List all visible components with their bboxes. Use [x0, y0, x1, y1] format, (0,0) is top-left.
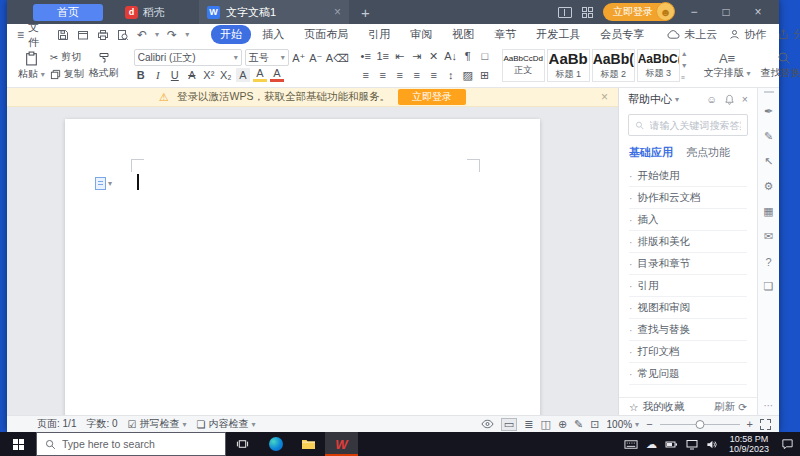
- star-icon[interactable]: ☆: [629, 401, 638, 413]
- print-preview-icon[interactable]: [117, 29, 129, 41]
- help-item[interactable]: ·开始使用: [629, 165, 747, 187]
- strip-more-icon[interactable]: ⋯: [764, 400, 774, 411]
- line-spacing-icon[interactable]: ↕: [444, 68, 458, 82]
- align-distribute-icon[interactable]: ≡: [427, 68, 441, 82]
- login-button[interactable]: 立即登录 ☻: [603, 3, 673, 21]
- help-search-box[interactable]: [628, 114, 748, 136]
- save-icon[interactable]: [57, 29, 69, 41]
- help-item[interactable]: ·引用: [629, 275, 747, 297]
- select-tool-icon[interactable]: ↖: [758, 149, 779, 174]
- style-item-标题 2[interactable]: AaBb(标题 2: [592, 49, 635, 82]
- zoom-out-icon[interactable]: −: [646, 419, 652, 430]
- italic-icon[interactable]: I: [151, 68, 165, 82]
- speaker-icon[interactable]: [706, 439, 717, 450]
- undo-dropdown-icon[interactable]: ▾: [155, 30, 159, 39]
- onedrive-cloud-icon[interactable]: ☁: [646, 438, 657, 451]
- favorites-link[interactable]: 我的收藏: [642, 400, 684, 414]
- bell-icon[interactable]: [724, 94, 735, 105]
- help-item[interactable]: ·查找与替换: [629, 319, 747, 341]
- highlight-icon[interactable]: A: [253, 68, 267, 82]
- bullet-list-icon[interactable]: •≡: [359, 49, 373, 63]
- maximize-button[interactable]: □: [715, 5, 737, 19]
- action-center-icon[interactable]: [781, 438, 794, 450]
- gallery-down-icon[interactable]: ▼: [681, 62, 688, 69]
- help-tab-亮点功能[interactable]: 亮点功能: [686, 145, 730, 160]
- fullscreen-icon[interactable]: [760, 419, 771, 430]
- document-page[interactable]: ▾: [65, 119, 540, 415]
- tab-docer[interactable]: d 稻壳: [103, 0, 181, 24]
- taskbar-search[interactable]: [36, 432, 226, 456]
- align-justify-icon[interactable]: ≡: [410, 68, 424, 82]
- strikethrough-icon[interactable]: A: [185, 68, 199, 82]
- help-item[interactable]: ·目录和章节: [629, 253, 747, 275]
- style-item-标题 3[interactable]: AaBbC(标题 3: [637, 49, 680, 82]
- text-frame-icon[interactable]: □: [478, 49, 492, 63]
- signature-icon[interactable]: ✒: [758, 99, 779, 124]
- fit-page-icon[interactable]: ⊡: [590, 419, 599, 430]
- apps-grid-icon[interactable]: [582, 7, 593, 18]
- text-layout-button[interactable]: A≡ 文字排版 ▾: [699, 47, 756, 84]
- ink-view-icon[interactable]: ✎: [574, 419, 583, 430]
- edge-button[interactable]: [259, 432, 292, 456]
- menu-tab-开发工具[interactable]: 开发工具: [527, 25, 589, 44]
- shading-fill-icon[interactable]: ▨: [461, 68, 475, 82]
- help-icon[interactable]: ?: [758, 249, 779, 274]
- wps-taskbar-button[interactable]: W: [325, 432, 358, 456]
- notes-icon[interactable]: ❏: [758, 274, 779, 299]
- help-panel-title[interactable]: 帮助中心 ▾: [628, 92, 679, 107]
- menu-tab-审阅[interactable]: 审阅: [401, 25, 441, 44]
- content-check-button[interactable]: ❏ 内容检查 ▾: [197, 417, 256, 431]
- outline-view-icon[interactable]: ≣: [524, 419, 533, 430]
- zoom-slider[interactable]: [660, 424, 740, 425]
- increase-indent-icon[interactable]: ⇥: [410, 49, 424, 63]
- start-button[interactable]: [0, 432, 36, 456]
- refresh-button[interactable]: 刷新 ⟳: [714, 400, 747, 414]
- clear-format-icon[interactable]: A⌫: [326, 51, 349, 65]
- zoom-in-icon[interactable]: +: [747, 419, 753, 430]
- help-item[interactable]: ·协作和云文档: [629, 187, 747, 209]
- page-view-icon[interactable]: ▭: [501, 418, 517, 431]
- share-button[interactable]: 分享: [778, 27, 800, 42]
- menu-tab-页面布局[interactable]: 页面布局: [295, 25, 357, 44]
- web-view-icon[interactable]: ⊕: [558, 419, 567, 430]
- shading-icon[interactable]: A: [236, 68, 250, 82]
- export-icon[interactable]: [77, 29, 89, 41]
- feedback-smiley-icon[interactable]: ☺: [706, 93, 717, 105]
- ime-keyboard-icon[interactable]: [624, 439, 638, 450]
- document-area[interactable]: ▾: [7, 107, 618, 415]
- zoom-level[interactable]: 100% ▾: [607, 419, 640, 430]
- menu-tab-引用[interactable]: 引用: [359, 25, 399, 44]
- settings-icon[interactable]: ⚙: [758, 174, 779, 199]
- menu-tab-开始[interactable]: 开始: [211, 25, 251, 44]
- taskbar-search-input[interactable]: [62, 438, 217, 450]
- file-explorer-button[interactable]: [292, 432, 325, 456]
- style-item-正文[interactable]: AaBbCcDd正文: [502, 49, 545, 82]
- help-item[interactable]: ·排版和美化: [629, 231, 747, 253]
- superscript-icon[interactable]: X²: [202, 68, 216, 82]
- font-name-select[interactable]: Calibri (正文)▾: [134, 49, 242, 66]
- numbered-list-icon[interactable]: 1≡: [376, 49, 390, 63]
- help-panel-close-icon[interactable]: ×: [742, 93, 748, 105]
- font-color-icon[interactable]: A: [270, 68, 284, 82]
- new-tab-button[interactable]: +: [349, 4, 382, 21]
- task-view-button[interactable]: [226, 432, 259, 456]
- notification-close-icon[interactable]: ×: [601, 90, 608, 104]
- font-size-select[interactable]: 五号▾: [245, 49, 289, 66]
- align-right-icon[interactable]: ≡: [393, 68, 407, 82]
- menu-tab-会员专享[interactable]: 会员专享: [591, 25, 653, 44]
- annotate-icon[interactable]: ✎: [758, 124, 779, 149]
- cloud-status[interactable]: 未上云: [667, 27, 717, 42]
- format-painter-button[interactable]: 格式刷: [84, 47, 124, 84]
- tab-layout-icon[interactable]: [558, 7, 572, 18]
- help-tab-基础应用[interactable]: 基础应用: [629, 145, 673, 160]
- redo-icon[interactable]: ↷: [167, 28, 177, 42]
- borders-icon[interactable]: ⊞: [478, 68, 492, 82]
- paste-button[interactable]: 粘贴 ▾: [13, 47, 50, 84]
- text-direction-icon[interactable]: A↓: [444, 49, 458, 63]
- book-view-icon[interactable]: ◫: [540, 419, 550, 430]
- menu-tab-插入[interactable]: 插入: [253, 25, 293, 44]
- ocr-image-icon[interactable]: ▦: [758, 199, 779, 224]
- close-button[interactable]: ×: [747, 5, 769, 19]
- battery-icon[interactable]: [665, 440, 678, 449]
- shrink-font-icon[interactable]: A⁻: [309, 51, 323, 65]
